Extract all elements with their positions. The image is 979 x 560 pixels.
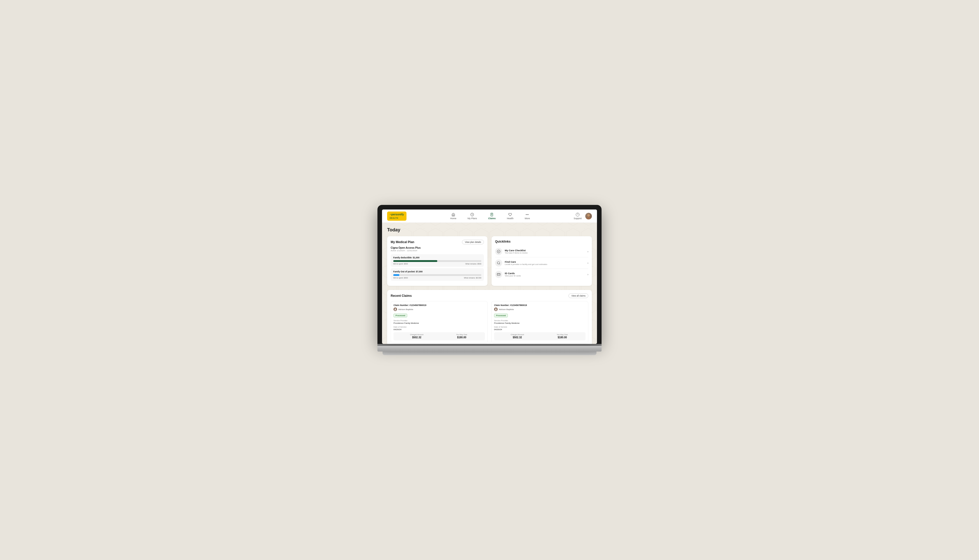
care-checklist-arrow: › <box>588 250 588 253</box>
logo-badge: ~personify HEALTH <box>387 212 406 221</box>
claim-2-owe: You May Owe $180.00 <box>541 334 584 339</box>
deductible-spent: We've spent: $500 <box>393 263 408 265</box>
id-cards-text: ID Cards View your ID cards <box>505 272 521 277</box>
claim-2-date: 04/20/24 <box>494 328 586 331</box>
care-checklist-icon <box>495 248 502 255</box>
claim-item-1[interactable]: Claim Number: #1234567890019 Adrison Bap… <box>391 301 488 343</box>
claim-2-provider: Providence Family Medicine <box>494 322 586 324</box>
svg-point-13 <box>498 262 500 264</box>
logo: ~personify HEALTH <box>387 212 406 221</box>
quicklink-care-checklist[interactable]: My Care Checklist You have 5 items to re… <box>495 246 588 257</box>
laptop-notch <box>474 205 505 210</box>
view-plan-details-button[interactable]: View plan details <box>462 240 484 244</box>
quicklinks-card: Quicklinks My Care Checklist You h <box>491 236 592 286</box>
medical-plan-card: My Medical Plan View plan details Cigna … <box>387 236 488 286</box>
nav-home[interactable]: Home <box>448 212 458 221</box>
claim-2-date-label: Date of Service <box>494 326 586 328</box>
svg-point-7 <box>528 214 529 215</box>
claim-2-number: Claim Number: #1234567890019 <box>494 304 586 307</box>
quicklinks-title: Quicklinks <box>495 240 588 243</box>
laptop-container: ~personify HEALTH Home <box>378 205 601 355</box>
svg-point-17 <box>395 308 396 310</box>
svg-point-6 <box>527 214 528 215</box>
deductible-remains: What remains: $500 <box>465 263 481 265</box>
support-button[interactable]: Support <box>573 213 582 220</box>
claim-2-person-name: Adrison Baptista <box>499 308 514 310</box>
claim-2-owe-value: $180.00 <box>541 336 584 339</box>
oop-progress-labels: We've spent: $500 What remains: $6,500 <box>393 277 481 279</box>
claim-1-owe-value: $180.00 <box>440 336 484 339</box>
quicklink-find-care-left: Find Care Locate a provider or facility … <box>495 259 547 267</box>
find-care-arrow: › <box>588 262 588 265</box>
deductible-progress-fill <box>393 260 437 262</box>
deductible-progress-labels: We've spent: $500 What remains: $500 <box>393 263 481 265</box>
laptop-screen: ~personify HEALTH Home <box>382 210 597 344</box>
oop-label: Family Out of pocket: $7,000 <box>393 270 481 273</box>
claim-2-charged: Charged Amount $502.32 <box>496 334 539 339</box>
claim-1-person-name: Adrison Baptista <box>398 308 413 310</box>
support-icon <box>576 213 580 217</box>
claims-title: Recent Claims <box>391 294 412 298</box>
top-section: My Medical Plan View plan details Cigna … <box>387 236 592 286</box>
claim-2-provider-label: Service Provider <box>494 320 586 322</box>
more-icon <box>525 213 529 217</box>
claim-1-charged-label: Charged Amount <box>395 334 439 335</box>
more-label: More <box>525 217 530 220</box>
claim-1-person: Adrison Baptista <box>393 307 485 311</box>
medical-plan-title: My Medical Plan <box>391 240 414 244</box>
plans-label: My Plans <box>468 217 477 220</box>
claim-2-charged-value: $502.32 <box>496 336 539 339</box>
svg-line-14 <box>500 264 500 265</box>
oop-spent: We've spent: $500 <box>393 277 408 279</box>
svg-rect-15 <box>497 273 500 275</box>
main-content: Today My Medical Plan View plan details … <box>382 223 597 344</box>
svg-point-10 <box>587 214 590 217</box>
plans-icon <box>470 213 474 217</box>
page-title: Today <box>387 227 592 233</box>
claim-2-amounts: Charged Amount $502.32 You May Owe $180.… <box>494 332 586 340</box>
claim-2-status: Processed <box>494 313 508 317</box>
quicklink-id-cards[interactable]: ID Cards View your ID cards › <box>495 269 588 280</box>
nav-claims[interactable]: Claims <box>486 212 498 221</box>
claim-2-charged-label: Charged Amount <box>496 334 539 335</box>
claim-item-2[interactable]: Claim Number: #1234567890019 Adrison Bap… <box>491 301 588 343</box>
nav-health[interactable]: Health <box>505 212 516 221</box>
nav-my-plans[interactable]: My Plans <box>466 212 479 221</box>
deductible-progress-bg <box>393 260 481 262</box>
claim-2-avatar <box>494 307 498 311</box>
oop-progress-bg <box>393 274 481 276</box>
oop-progress-fill <box>393 274 399 276</box>
oop-remains: What remains: $6,500 <box>464 277 481 279</box>
user-avatar[interactable] <box>585 213 592 219</box>
deductible-label: Family deductible: $1,000 <box>393 256 481 259</box>
claim-1-charged-value: $502.32 <box>395 336 439 339</box>
claim-1-status: Processed <box>393 313 407 317</box>
find-care-title: Find Care <box>505 260 547 263</box>
home-label: Home <box>450 217 456 220</box>
nav-right: Support <box>573 213 592 220</box>
nav-more[interactable]: More <box>523 212 532 221</box>
nav-center: Home My Plans Claims <box>448 212 532 221</box>
medical-plan-header: My Medical Plan View plan details <box>391 240 484 244</box>
quicklink-care-checklist-left: My Care Checklist You have 5 items to re… <box>495 248 528 255</box>
quicklink-id-cards-left: ID Cards View your ID cards <box>495 271 521 278</box>
screen-bezel: ~personify HEALTH Home <box>378 205 601 344</box>
logo-name: personify <box>391 213 404 216</box>
deductible-row: Family deductible: $1,000 We've spent: $… <box>391 254 484 267</box>
claims-grid: Claim Number: #1234567890019 Adrison Bap… <box>391 301 588 343</box>
svg-point-11 <box>586 217 591 219</box>
view-all-claims-button[interactable]: View all claims <box>568 293 588 298</box>
plan-dates: Active 1/1/2024 – 12/31/2024 <box>391 250 484 252</box>
svg-point-5 <box>526 214 527 215</box>
claim-2-owe-label: You May Owe <box>541 334 584 335</box>
find-care-subtitle: Locate a provider or facility and get co… <box>505 263 547 265</box>
claim-1-date-label: Date of Service <box>393 326 485 328</box>
claim-1-avatar <box>393 307 397 311</box>
claim-1-provider: Providence Family Medicine <box>393 322 485 324</box>
claim-1-number: Claim Number: #1234567890019 <box>393 304 485 307</box>
health-icon <box>508 213 512 217</box>
claim-1-amounts: Charged Amount $502.32 You May Owe $180.… <box>393 332 485 340</box>
quicklink-find-care[interactable]: Find Care Locate a provider or facility … <box>495 257 588 269</box>
claim-1-provider-label: Service Provider <box>393 320 485 322</box>
care-checklist-text: My Care Checklist You have 5 items to re… <box>505 249 528 254</box>
